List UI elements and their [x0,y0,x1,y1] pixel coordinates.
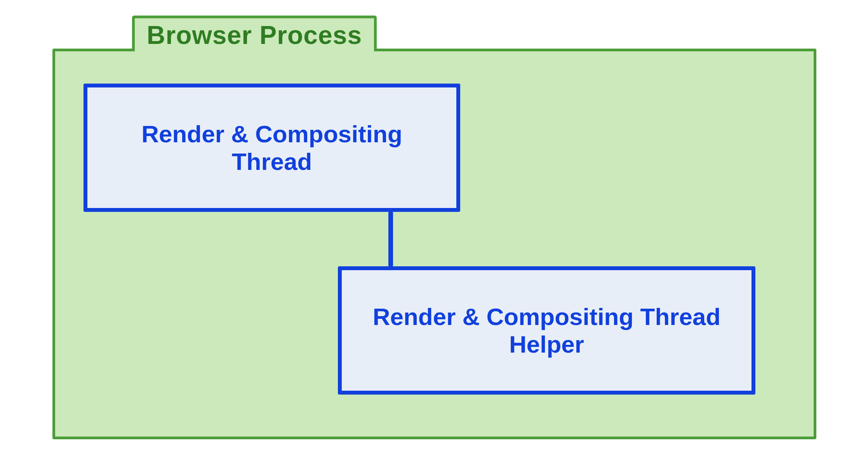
browser-process-label: Browser Process [147,20,362,50]
render-compositing-thread-helper-label: Render & Compositing Thread Helper [353,303,740,358]
render-compositing-thread-label: Render & Compositing Thread [99,120,445,176]
browser-process-tab: Browser Process [132,16,377,51]
render-compositing-thread-node: Render & Compositing Thread [83,84,460,212]
connector-line [388,212,393,266]
diagram-canvas: Browser Process Render & Compositing Thr… [0,0,868,463]
tab-border-mask [135,49,374,54]
render-compositing-thread-helper-node: Render & Compositing Thread Helper [338,266,755,395]
